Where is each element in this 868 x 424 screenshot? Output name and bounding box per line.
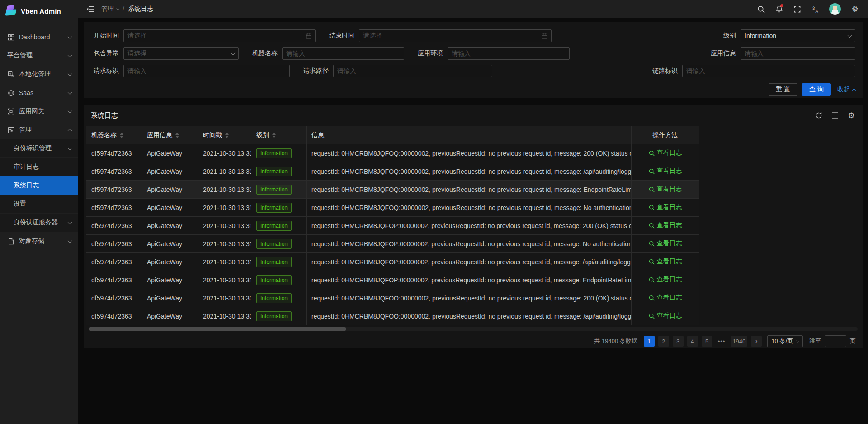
view-log-link[interactable]: 查看日志	[649, 149, 682, 157]
input-field[interactable]	[745, 50, 851, 57]
cell-message: requestId: 0HMCRBM8JQFOQ:00000002, previ…	[307, 162, 632, 181]
input-field[interactable]	[452, 50, 566, 57]
page-size-select[interactable]: 10 条/页	[767, 335, 803, 347]
input-field[interactable]	[686, 67, 851, 75]
column-height-icon[interactable]	[831, 111, 839, 119]
page-button-1940[interactable]: 1940	[731, 336, 747, 347]
gear-icon[interactable]: ⚙	[847, 0, 863, 18]
select-input[interactable]: Information	[741, 29, 855, 42]
breadcrumb-parent[interactable]: 管理	[101, 5, 119, 13]
text-input[interactable]	[448, 47, 570, 60]
log-message: requestId: 0HMCRBM8JQFOQ:00000002, previ…	[311, 150, 632, 157]
sort-carets-icon[interactable]	[175, 133, 179, 138]
sidebar-item-1[interactable]: 平台管理	[0, 47, 78, 65]
cell-actions: 查看日志	[632, 307, 699, 325]
text-input[interactable]	[282, 47, 404, 60]
sidebar-item-4[interactable]: 应用网关	[0, 102, 78, 120]
text-input[interactable]	[123, 65, 290, 77]
view-log-link[interactable]: 查看日志	[649, 257, 682, 266]
column-header-级别[interactable]: 级别	[251, 126, 307, 144]
menu-fold-icon[interactable]	[83, 2, 97, 16]
view-log-link[interactable]: 查看日志	[649, 167, 682, 175]
sort-carets-icon[interactable]	[120, 133, 123, 138]
view-log-link[interactable]: 查看日志	[649, 276, 682, 284]
text-input[interactable]	[682, 65, 855, 77]
sidebar-item-9[interactable]: 设置	[0, 195, 78, 213]
filter-field: 请求路径	[301, 65, 492, 77]
sort-carets-icon[interactable]	[272, 133, 276, 138]
column-title: 机器名称	[91, 131, 117, 139]
top-header: 管理 / 系统日志 文A	[78, 0, 868, 18]
horizontal-scrollbar[interactable]	[89, 327, 858, 331]
sidebar-item-11[interactable]: 对象存储	[0, 232, 78, 250]
page-buttons: 12345•••1940›	[644, 336, 762, 347]
column-header-应用信息[interactable]: 应用信息	[142, 126, 198, 144]
level-badge: Information	[256, 293, 292, 303]
sidebar-item-label: 对象存储	[19, 237, 64, 245]
refresh-icon[interactable]	[815, 111, 823, 119]
text-input[interactable]	[741, 47, 855, 60]
cell-app-info: ApiGateWay	[142, 289, 198, 307]
sort-carets-icon[interactable]	[225, 133, 229, 138]
scrollbar-thumb[interactable]	[89, 327, 346, 331]
view-log-link[interactable]: 查看日志	[649, 185, 682, 193]
reset-button[interactable]: 重 置	[769, 83, 797, 96]
cell-actions: 查看日志	[632, 144, 699, 162]
collapse-link[interactable]: 收起	[837, 86, 855, 94]
notification-bell-icon[interactable]	[771, 0, 787, 18]
input-field[interactable]	[286, 50, 400, 57]
cell-message: requestId: 0HMCRBM8JQFOQ:00000002, previ…	[307, 144, 632, 162]
jump-page-input[interactable]	[825, 335, 846, 347]
field-label: 应用环境	[415, 49, 443, 57]
cell-app-info: ApiGateWay	[142, 162, 198, 181]
view-log-link[interactable]: 查看日志	[649, 312, 682, 320]
input-field[interactable]	[127, 67, 286, 75]
cell-app-info: ApiGateWay	[142, 271, 198, 289]
saas-icon	[7, 89, 14, 96]
chevron-up-icon	[852, 88, 856, 92]
date-picker-input[interactable]: 请选择	[123, 29, 316, 42]
cell-level: Information	[251, 217, 307, 235]
view-log-link[interactable]: 查看日志	[649, 294, 682, 302]
translate-icon[interactable]: 文A	[807, 0, 823, 18]
page-button-1[interactable]: 1	[644, 336, 655, 347]
sidebar-item-10[interactable]: 身份认证服务器	[0, 214, 78, 232]
column-header-机器名称[interactable]: 机器名称	[86, 126, 142, 144]
page-button-2[interactable]: 2	[658, 336, 669, 347]
sidebar-item-2[interactable]: 本地化管理	[0, 65, 78, 83]
input-field[interactable]	[337, 67, 488, 75]
sidebar-item-3[interactable]: Saas	[0, 84, 78, 102]
sidebar-item-6[interactable]: 身份标识管理	[0, 139, 78, 157]
text-input[interactable]	[333, 65, 492, 77]
column-header-时间戳[interactable]: 时间戳	[198, 126, 251, 144]
chevron-down-icon	[231, 52, 235, 55]
app-logo[interactable]: Vben Admin	[0, 0, 78, 22]
date-picker-input[interactable]: 请选择	[359, 29, 552, 42]
cell-actions: 查看日志	[632, 181, 699, 199]
fullscreen-icon[interactable]	[789, 0, 805, 18]
page-button-3[interactable]: 3	[673, 336, 684, 347]
view-log-link[interactable]: 查看日志	[649, 203, 682, 211]
sidebar-item-7[interactable]: 审计日志	[0, 158, 78, 176]
search-icon[interactable]	[753, 0, 769, 18]
sidebar-item-0[interactable]: Dashboard	[0, 28, 78, 46]
sidebar-item-8[interactable]: 系统日志	[0, 176, 78, 195]
cell-app-info: ApiGateWay	[142, 253, 198, 271]
page-button-5[interactable]: 5	[702, 336, 712, 347]
table-body: df5974d72363ApiGateWay2021-10-30 13:31:3…	[86, 144, 699, 325]
level-badge: Information	[256, 311, 292, 321]
field-label: 开始时间	[91, 32, 119, 40]
column-header-操作方法: 操作方法	[632, 126, 699, 144]
page-button-4[interactable]: 4	[687, 336, 698, 347]
header-actions: 文A ⚙	[753, 0, 863, 18]
sidebar-item-5[interactable]: 管理	[0, 121, 78, 139]
select-input[interactable]: 请选择	[123, 47, 239, 60]
table-settings-icon[interactable]: ⚙	[847, 111, 855, 119]
chevron-down-icon	[68, 146, 72, 150]
search-button[interactable]: 查 询	[802, 83, 831, 96]
view-log-link[interactable]: 查看日志	[649, 239, 682, 248]
next-page-button[interactable]: ›	[751, 336, 762, 347]
table-card-header: 系统日志 ⚙	[86, 105, 860, 126]
view-log-link[interactable]: 查看日志	[649, 221, 682, 229]
user-avatar[interactable]	[829, 3, 841, 15]
